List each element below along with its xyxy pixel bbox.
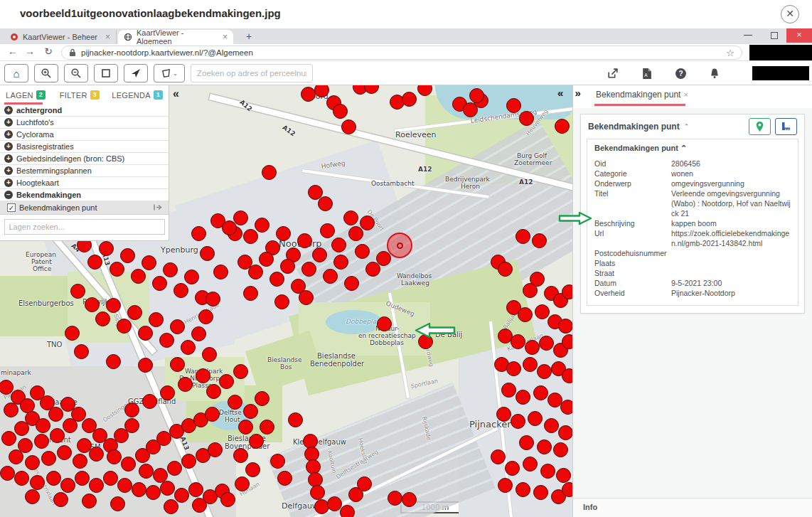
announcement-point[interactable] bbox=[173, 283, 188, 298]
announcement-point[interactable] bbox=[89, 478, 104, 493]
announcement-point[interactable] bbox=[152, 276, 167, 291]
announcement-point[interactable] bbox=[34, 434, 49, 449]
announcement-point[interactable] bbox=[82, 494, 97, 508]
announcement-point[interactable] bbox=[498, 262, 513, 277]
share-button[interactable] bbox=[604, 65, 620, 81]
announcement-point[interactable] bbox=[544, 418, 559, 433]
expand-icon[interactable]: + bbox=[4, 130, 13, 139]
announcement-point[interactable] bbox=[41, 451, 56, 466]
announcement-point[interactable] bbox=[535, 304, 550, 319]
feature-panel-header[interactable]: Bekendmakingen punt ⌃ bbox=[581, 114, 804, 139]
announcement-point[interactable] bbox=[170, 357, 185, 372]
announcement-point[interactable] bbox=[558, 319, 573, 334]
announcement-point[interactable] bbox=[496, 407, 511, 422]
back-icon[interactable]: ← bbox=[6, 46, 20, 57]
home-button[interactable]: ⌂ bbox=[4, 64, 28, 82]
announcement-point[interactable] bbox=[191, 226, 206, 241]
announcement-point[interactable] bbox=[132, 482, 146, 497]
announcement-point[interactable] bbox=[103, 471, 118, 486]
announcement-point[interactable] bbox=[87, 255, 102, 270]
announcement-point[interactable] bbox=[205, 292, 220, 307]
locate-button[interactable] bbox=[124, 64, 148, 82]
layer-search-input[interactable] bbox=[4, 219, 165, 235]
announcement-point[interactable] bbox=[14, 471, 29, 486]
announcement-point[interactable] bbox=[164, 499, 178, 514]
announcement-point[interactable] bbox=[318, 196, 333, 211]
announcement-point[interactable] bbox=[562, 284, 573, 299]
announcement-point[interactable] bbox=[0, 466, 15, 481]
announcement-point[interactable] bbox=[340, 505, 355, 517]
announcement-point[interactable] bbox=[523, 357, 538, 372]
announcement-point[interactable] bbox=[377, 316, 392, 331]
announcement-point[interactable] bbox=[558, 425, 573, 440]
announcement-point[interactable] bbox=[262, 165, 277, 180]
announcement-point[interactable] bbox=[14, 421, 29, 436]
layer-row[interactable]: +Basisregistraties bbox=[0, 141, 169, 153]
announcement-point[interactable] bbox=[357, 476, 372, 491]
announcement-point[interactable] bbox=[327, 496, 342, 511]
announcement-point[interactable] bbox=[174, 488, 189, 503]
tab-filter[interactable]: FILTER3 bbox=[60, 90, 100, 100]
announcement-point[interactable] bbox=[233, 210, 248, 225]
announcement-point[interactable] bbox=[519, 111, 534, 126]
announcement-point[interactable] bbox=[553, 442, 568, 457]
announcement-point[interactable] bbox=[525, 340, 540, 355]
tab-close-icon[interactable]: × bbox=[105, 32, 110, 42]
announcement-point[interactable] bbox=[344, 276, 359, 291]
announcement-point[interactable] bbox=[498, 478, 513, 493]
announcement-point[interactable] bbox=[245, 462, 260, 477]
announcement-point[interactable] bbox=[301, 262, 316, 277]
announcement-point[interactable] bbox=[348, 226, 363, 241]
announcement-point[interactable] bbox=[323, 269, 338, 284]
announcement-point[interactable] bbox=[4, 403, 18, 417]
announcement-point[interactable] bbox=[60, 478, 75, 493]
layer-row[interactable]: +Cyclorama bbox=[0, 129, 169, 141]
announcement-point[interactable] bbox=[30, 475, 45, 490]
announcement-point[interactable] bbox=[141, 255, 156, 270]
announcement-point[interactable] bbox=[1, 431, 16, 446]
collapse-icon[interactable]: − bbox=[4, 191, 13, 199]
announcement-point[interactable] bbox=[560, 400, 573, 415]
announcement-point[interactable] bbox=[85, 297, 100, 312]
announcement-point[interactable] bbox=[9, 449, 23, 464]
announcement-point[interactable] bbox=[533, 485, 548, 500]
selected-point[interactable] bbox=[397, 242, 403, 249]
layer-row[interactable]: −Bekendmakingen bbox=[0, 189, 169, 201]
announcement-point[interactable] bbox=[255, 391, 269, 406]
expand-icon[interactable]: + bbox=[4, 166, 13, 175]
announcement-point[interactable] bbox=[205, 407, 220, 422]
announcement-point[interactable] bbox=[74, 344, 89, 359]
collapse-left-panel-icon[interactable]: « bbox=[173, 87, 179, 100]
measure-button[interactable] bbox=[775, 118, 797, 135]
announcement-point[interactable] bbox=[270, 454, 285, 469]
announcement-point[interactable] bbox=[235, 476, 250, 491]
announcement-point[interactable] bbox=[333, 255, 348, 270]
announcement-point[interactable] bbox=[191, 326, 206, 341]
announcement-point[interactable] bbox=[333, 104, 348, 119]
announcement-point[interactable] bbox=[238, 420, 253, 435]
announcement-point[interactable] bbox=[537, 364, 552, 379]
announcement-point[interactable] bbox=[181, 454, 196, 469]
announcement-point[interactable] bbox=[310, 485, 325, 500]
announcement-point[interactable] bbox=[192, 498, 207, 513]
announcement-point[interactable] bbox=[89, 447, 104, 462]
announcement-point[interactable] bbox=[213, 265, 228, 279]
announcement-point[interactable] bbox=[248, 265, 263, 279]
announcement-point[interactable] bbox=[320, 223, 335, 238]
announcement-point[interactable] bbox=[146, 485, 161, 500]
announcement-point[interactable] bbox=[505, 461, 520, 476]
announcement-point[interactable] bbox=[160, 481, 175, 496]
announcement-point[interactable] bbox=[511, 414, 525, 429]
tab-bekendmakingen-punt[interactable]: Bekendmakingen punt× bbox=[596, 90, 688, 100]
layer-row[interactable]: +Hoogtekaart bbox=[0, 177, 169, 189]
announcement-point[interactable] bbox=[331, 238, 346, 252]
announcement-point[interactable] bbox=[120, 248, 135, 263]
announcement-point[interactable] bbox=[25, 489, 40, 504]
window-maximize-button[interactable] bbox=[771, 32, 778, 39]
announcement-point[interactable] bbox=[36, 418, 50, 433]
browser-tab-beheer[interactable]: KaartViewer - Beheer × bbox=[4, 30, 117, 44]
announcement-point[interactable] bbox=[188, 482, 203, 497]
announcement-point[interactable] bbox=[160, 385, 175, 400]
announcement-point[interactable] bbox=[149, 312, 164, 327]
announcement-point[interactable] bbox=[117, 478, 132, 493]
